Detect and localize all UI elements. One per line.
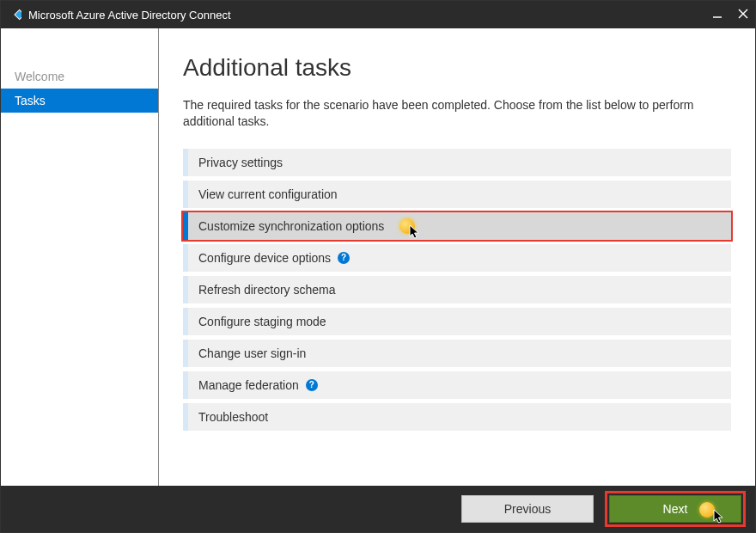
highlight-marker-icon [699, 502, 715, 518]
task-configure-device-options[interactable]: Configure device options ? [183, 244, 731, 272]
task-customize-synchronization-options[interactable]: Customize synchronization options [183, 212, 731, 240]
task-troubleshoot[interactable]: Troubleshoot [183, 403, 731, 431]
cursor-icon [713, 509, 725, 524]
close-button[interactable] [738, 8, 748, 21]
content: Additional tasks The required tasks for … [159, 28, 755, 486]
task-list: Privacy settings View current configurat… [183, 149, 731, 431]
task-refresh-directory-schema[interactable]: Refresh directory schema [183, 276, 731, 303]
page-description: The required tasks for the scenario have… [183, 97, 731, 130]
main: Welcome Tasks Additional tasks The requi… [1, 28, 755, 486]
footer: Previous Next [1, 486, 755, 532]
task-label: View current configuration [198, 187, 338, 201]
task-label: Change user sign-in [198, 346, 306, 360]
info-icon[interactable]: ? [306, 379, 318, 391]
previous-button[interactable]: Previous [461, 495, 594, 523]
sidebar-item-welcome[interactable]: Welcome [1, 64, 158, 89]
titlebar: Microsoft Azure Active Directory Connect [1, 1, 755, 28]
button-label: Previous [504, 502, 551, 516]
task-privacy-settings[interactable]: Privacy settings [183, 149, 731, 176]
task-label: Manage federation [198, 378, 299, 392]
task-view-current-configuration[interactable]: View current configuration [183, 181, 731, 208]
sidebar: Welcome Tasks [1, 28, 159, 486]
window-title: Microsoft Azure Active Directory Connect [28, 9, 712, 21]
highlight-marker-icon [399, 218, 415, 234]
task-manage-federation[interactable]: Manage federation ? [183, 371, 731, 399]
next-button[interactable]: Next [609, 495, 741, 523]
task-label: Customize synchronization options [198, 219, 384, 233]
task-label: Privacy settings [198, 156, 283, 169]
task-configure-staging-mode[interactable]: Configure staging mode [183, 308, 731, 335]
window-controls [712, 8, 748, 21]
task-label: Configure staging mode [198, 315, 326, 328]
sidebar-item-tasks[interactable]: Tasks [1, 89, 158, 113]
task-change-user-sign-in[interactable]: Change user sign-in [183, 340, 731, 367]
minimize-button[interactable] [712, 8, 722, 21]
page-title: Additional tasks [183, 54, 731, 82]
task-label: Troubleshoot [198, 410, 268, 424]
button-label: Next [663, 502, 688, 516]
app-azure-icon [8, 8, 21, 21]
info-icon[interactable]: ? [338, 252, 350, 264]
task-label: Configure device options [198, 251, 331, 265]
task-label: Refresh directory schema [198, 283, 336, 297]
